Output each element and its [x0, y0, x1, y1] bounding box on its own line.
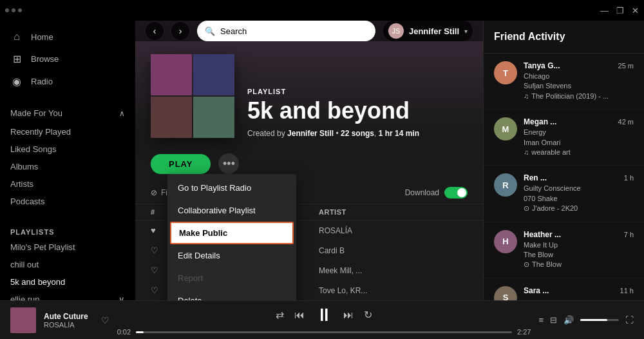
title-bar-dot — [18, 8, 22, 12]
playlist-art-cell-3 — [151, 97, 192, 138]
volume-fill — [580, 319, 607, 321]
queue-button[interactable]: ≡ — [538, 315, 544, 325]
playlist-duration: 1 hr 14 min — [379, 129, 419, 138]
sidebar-item-artists[interactable]: Artists — [0, 175, 135, 193]
back-icon: ‹ — [153, 26, 156, 36]
sidebar: ⌂ Home ⊞ Browse ◉ Radio Made For You ∧ R… — [0, 21, 135, 300]
sidebar-item-albums[interactable]: Albums — [0, 158, 135, 175]
collapse-icon[interactable]: ∧ — [119, 109, 125, 118]
sidebar-item-recently-played[interactable]: Recently Played — [0, 123, 135, 140]
maximize-button[interactable]: ❐ — [616, 6, 624, 15]
friend-avatar-0: T — [494, 61, 517, 84]
title-bar-controls[interactable]: — ❐ ✕ — [600, 6, 639, 15]
bottom-player: Aute Cuture ROSALÍA ♡ ⇄ ⏮ ⏸ ⏭ ↻ 0:02 2:2… — [0, 300, 644, 339]
previous-button[interactable]: ⏮ — [294, 309, 305, 321]
sidebar-item-made-for-you[interactable]: Made For You — [10, 106, 62, 121]
sidebar-section-header: Made For You ∧ — [0, 103, 135, 123]
friend-song-3: ⊙ The Blow — [524, 260, 634, 269]
next-button[interactable]: ⏭ — [343, 309, 354, 321]
friend-name-row-0: Tanya G... 25 m — [524, 61, 634, 70]
play-pause-button[interactable]: ⏸ — [315, 304, 333, 325]
friend-item-2[interactable]: R Ren ... 1 h Guilty Conscience 070 Shak… — [484, 166, 644, 222]
progress-bar[interactable] — [136, 331, 512, 333]
search-icon: 🔍 — [205, 26, 215, 36]
user-profile[interactable]: JS Jennifer Still ▾ — [383, 21, 473, 41]
close-button[interactable]: ✕ — [632, 6, 639, 15]
forward-icon: › — [179, 26, 182, 36]
fullscreen-button[interactable]: ⛶ — [625, 315, 634, 325]
sidebar-item-radio[interactable]: ◉ Radio — [0, 70, 135, 93]
friend-item-3[interactable]: H Heather ... 7 h Make It Up The Blow ⊙ … — [484, 222, 644, 278]
track-heart-icon[interactable]: ♡ — [151, 246, 165, 255]
friend-activity-artist-0: Sufjan Stevens — [524, 81, 634, 91]
context-menu: Go to Playlist Radio Collaborative Playl… — [167, 174, 296, 300]
track-heart-icon[interactable]: ♥ — [151, 226, 165, 235]
friend-item-0[interactable]: T Tanya G... 25 m Chicago Sufjan Stevens… — [484, 53, 644, 110]
sidebar-item-podcasts[interactable]: Podcasts — [0, 193, 135, 210]
playlist-title: 5k and beyond — [247, 98, 419, 124]
context-menu-item-collaborative[interactable]: Collaborative Playlist — [167, 199, 296, 222]
albums-label: Albums — [10, 162, 38, 171]
context-menu-item-edit-details[interactable]: Edit Details — [167, 244, 296, 267]
back-button[interactable]: ‹ — [146, 22, 164, 40]
title-bar-dots — [5, 8, 22, 12]
ellie-run-label: ellie run — [10, 295, 40, 300]
music-note-icon-2: ⊙ — [524, 204, 529, 213]
friend-activity-track-1: Energy — [524, 128, 634, 137]
track-heart-icon[interactable]: ♡ — [151, 266, 165, 275]
play-button[interactable]: PLAY — [151, 154, 211, 174]
minimize-button[interactable]: — — [600, 6, 609, 15]
friend-item-4[interactable]: S Sara ... 11 h — [484, 278, 644, 300]
edit-details-label: Edit Details — [178, 251, 220, 260]
context-menu-item-delete[interactable]: Delete — [167, 289, 296, 300]
radio-icon: ◉ — [10, 75, 23, 88]
friend-name-4: Sara ... — [524, 286, 549, 295]
friend-time-2: 1 h — [624, 174, 634, 182]
sidebar-item-chill-out[interactable]: chill out — [0, 256, 135, 273]
more-icon: ••• — [223, 157, 235, 171]
sidebar-item-home[interactable]: ⌂ Home — [0, 26, 135, 48]
repeat-button[interactable]: ↻ — [364, 309, 372, 321]
friend-time-3: 7 h — [624, 231, 634, 238]
friend-info-3: Heather ... 7 h Make It Up The Blow ⊙ Th… — [524, 230, 634, 270]
track-artist: Cardi B — [319, 246, 468, 255]
context-menu-item-playlist-radio[interactable]: Go to Playlist Radio — [167, 177, 296, 199]
collaborative-label: Collaborative Playlist — [178, 206, 256, 215]
search-bar[interactable]: 🔍 — [197, 21, 375, 41]
context-menu-item-make-public[interactable]: Make Public — [170, 222, 294, 244]
friend-song-0: ♫ The Politician (2019) - ... — [524, 92, 634, 101]
playlist-art — [151, 54, 234, 138]
track-heart-icon[interactable]: ♡ — [151, 286, 165, 295]
friend-name-3: Heather ... — [524, 230, 561, 239]
sidebar-item-5k-beyond[interactable]: 5k and beyond — [0, 273, 135, 291]
recently-played-label: Recently Played — [10, 127, 71, 137]
friend-avatar-4: S — [494, 286, 517, 300]
artists-label: Artists — [10, 179, 33, 189]
sidebar-item-ellie-run[interactable]: ellie run ∨ — [0, 291, 135, 300]
forward-button[interactable]: › — [171, 22, 189, 40]
sidebar-item-browse[interactable]: ⊞ Browse — [0, 48, 135, 70]
friend-activity-title: Friend Activity — [494, 31, 565, 42]
app-body: ⌂ Home ⊞ Browse ◉ Radio Made For You ∧ R… — [0, 21, 644, 300]
friend-song-text-0: The Politician (2019) - ... — [531, 92, 609, 101]
shuffle-button[interactable]: ⇄ — [276, 309, 284, 321]
made-for-you-label: Made For You — [10, 108, 62, 118]
user-menu-chevron: ▾ — [464, 28, 468, 35]
download-toggle-switch[interactable] — [444, 187, 468, 199]
right-panel: Friend Activity T Tanya G... 25 m Chicag… — [483, 21, 644, 300]
friend-avatar-2: R — [494, 173, 517, 197]
now-playing-art — [10, 307, 36, 333]
volume-bar[interactable] — [580, 319, 619, 321]
sidebar-item-pet-playlist[interactable]: Milo's Pet Playlist — [0, 238, 135, 256]
search-input[interactable] — [220, 26, 368, 36]
friend-name-row-3: Heather ... 7 h — [524, 230, 634, 239]
content-area: ‹ › 🔍 JS Jennifer Still ▾ — [135, 21, 483, 300]
delete-label: Delete — [178, 296, 202, 300]
now-playing-heart-icon[interactable]: ♡ — [101, 315, 109, 325]
friend-info-2: Ren ... 1 h Guilty Conscience 070 Shake … — [524, 173, 634, 213]
friend-name-2: Ren ... — [524, 173, 547, 182]
sidebar-item-liked-songs[interactable]: Liked Songs — [0, 140, 135, 158]
more-options-button[interactable]: ••• — [218, 153, 239, 174]
friend-item-1[interactable]: M Megan ... 42 m Energy Iman Omari ♫ wea… — [484, 110, 644, 166]
device-button[interactable]: ⊟ — [550, 315, 557, 325]
